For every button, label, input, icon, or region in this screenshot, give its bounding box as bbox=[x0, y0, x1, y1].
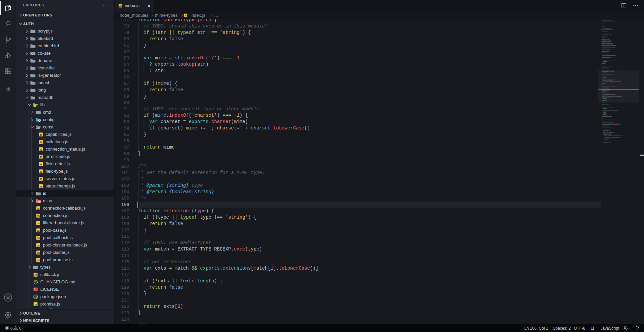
svg-text:JS: JS bbox=[37, 237, 40, 239]
svg-text:JS: JS bbox=[40, 141, 43, 144]
svg-text:JS: JS bbox=[37, 244, 40, 247]
svg-text:JS: JS bbox=[37, 230, 40, 232]
svg-text:JS: JS bbox=[37, 252, 40, 254]
svg-text:JS: JS bbox=[40, 156, 43, 158]
svg-text:JS: JS bbox=[34, 303, 37, 306]
svg-text:JS: JS bbox=[35, 296, 37, 298]
svg-text:JS: JS bbox=[37, 259, 40, 262]
svg-text:JS: JS bbox=[40, 185, 43, 188]
svg-text:JS: JS bbox=[34, 274, 37, 276]
svg-text:JS: JS bbox=[37, 208, 40, 210]
svg-text:JS: JS bbox=[40, 149, 43, 151]
svg-text:JS: JS bbox=[119, 5, 121, 7]
svg-text:JS: JS bbox=[184, 15, 186, 17]
svg-text:JS: JS bbox=[37, 215, 40, 217]
svg-text:JS: JS bbox=[40, 171, 43, 173]
svg-text:JS: JS bbox=[40, 134, 43, 136]
svg-text:JS: JS bbox=[40, 163, 43, 166]
svg-text:JS: JS bbox=[40, 178, 43, 180]
svg-text:JS: JS bbox=[37, 222, 40, 225]
